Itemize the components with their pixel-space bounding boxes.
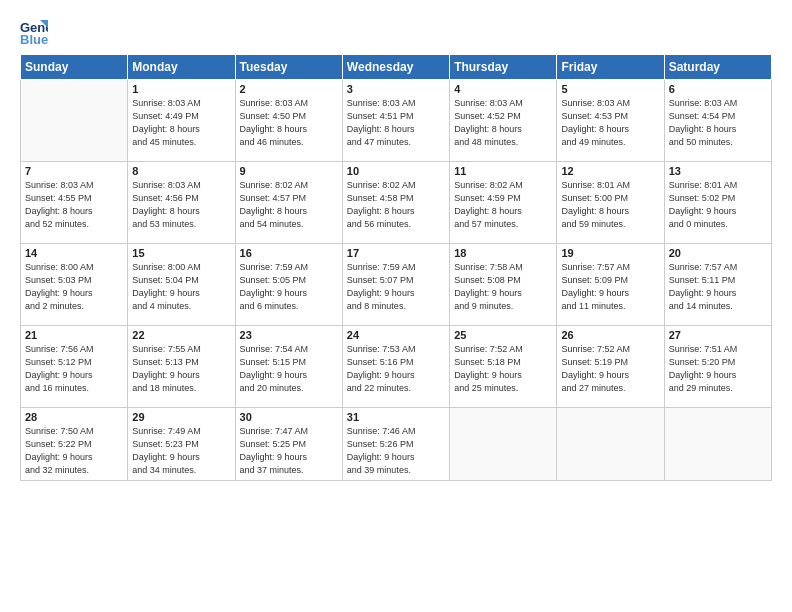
day-number: 24	[347, 329, 445, 341]
calendar-cell: 18Sunrise: 7:58 AMSunset: 5:08 PMDayligh…	[450, 244, 557, 326]
day-number: 15	[132, 247, 230, 259]
calendar-cell: 20Sunrise: 7:57 AMSunset: 5:11 PMDayligh…	[664, 244, 771, 326]
day-number: 22	[132, 329, 230, 341]
calendar-cell	[450, 408, 557, 481]
calendar-cell	[21, 80, 128, 162]
svg-text:Blue: Blue	[20, 32, 48, 46]
calendar-cell: 17Sunrise: 7:59 AMSunset: 5:07 PMDayligh…	[342, 244, 449, 326]
calendar-cell: 13Sunrise: 8:01 AMSunset: 5:02 PMDayligh…	[664, 162, 771, 244]
day-number: 28	[25, 411, 123, 423]
day-info: Sunrise: 8:03 AMSunset: 4:51 PMDaylight:…	[347, 97, 445, 149]
weekday-header-tuesday: Tuesday	[235, 55, 342, 80]
day-info: Sunrise: 8:03 AMSunset: 4:49 PMDaylight:…	[132, 97, 230, 149]
day-info: Sunrise: 7:52 AMSunset: 5:18 PMDaylight:…	[454, 343, 552, 395]
day-number: 9	[240, 165, 338, 177]
calendar-cell: 16Sunrise: 7:59 AMSunset: 5:05 PMDayligh…	[235, 244, 342, 326]
day-info: Sunrise: 7:57 AMSunset: 5:09 PMDaylight:…	[561, 261, 659, 313]
calendar-cell: 10Sunrise: 8:02 AMSunset: 4:58 PMDayligh…	[342, 162, 449, 244]
day-number: 12	[561, 165, 659, 177]
day-number: 31	[347, 411, 445, 423]
calendar-cell: 12Sunrise: 8:01 AMSunset: 5:00 PMDayligh…	[557, 162, 664, 244]
calendar-cell: 9Sunrise: 8:02 AMSunset: 4:57 PMDaylight…	[235, 162, 342, 244]
day-info: Sunrise: 7:59 AMSunset: 5:05 PMDaylight:…	[240, 261, 338, 313]
day-info: Sunrise: 7:54 AMSunset: 5:15 PMDaylight:…	[240, 343, 338, 395]
day-number: 4	[454, 83, 552, 95]
calendar-cell: 25Sunrise: 7:52 AMSunset: 5:18 PMDayligh…	[450, 326, 557, 408]
day-info: Sunrise: 8:03 AMSunset: 4:54 PMDaylight:…	[669, 97, 767, 149]
header: General Blue	[20, 18, 772, 46]
day-number: 25	[454, 329, 552, 341]
day-number: 16	[240, 247, 338, 259]
day-number: 23	[240, 329, 338, 341]
day-number: 27	[669, 329, 767, 341]
day-number: 3	[347, 83, 445, 95]
calendar-cell: 27Sunrise: 7:51 AMSunset: 5:20 PMDayligh…	[664, 326, 771, 408]
calendar-cell: 4Sunrise: 8:03 AMSunset: 4:52 PMDaylight…	[450, 80, 557, 162]
calendar-cell: 19Sunrise: 7:57 AMSunset: 5:09 PMDayligh…	[557, 244, 664, 326]
calendar-cell: 28Sunrise: 7:50 AMSunset: 5:22 PMDayligh…	[21, 408, 128, 481]
weekday-header-wednesday: Wednesday	[342, 55, 449, 80]
day-number: 19	[561, 247, 659, 259]
day-info: Sunrise: 8:00 AMSunset: 5:03 PMDaylight:…	[25, 261, 123, 313]
day-info: Sunrise: 7:58 AMSunset: 5:08 PMDaylight:…	[454, 261, 552, 313]
day-info: Sunrise: 8:03 AMSunset: 4:53 PMDaylight:…	[561, 97, 659, 149]
day-number: 14	[25, 247, 123, 259]
day-info: Sunrise: 8:02 AMSunset: 4:57 PMDaylight:…	[240, 179, 338, 231]
calendar-cell: 6Sunrise: 8:03 AMSunset: 4:54 PMDaylight…	[664, 80, 771, 162]
day-info: Sunrise: 7:46 AMSunset: 5:26 PMDaylight:…	[347, 425, 445, 477]
day-number: 26	[561, 329, 659, 341]
logo: General Blue	[20, 18, 52, 46]
day-info: Sunrise: 7:50 AMSunset: 5:22 PMDaylight:…	[25, 425, 123, 477]
calendar-cell: 7Sunrise: 8:03 AMSunset: 4:55 PMDaylight…	[21, 162, 128, 244]
calendar-cell: 5Sunrise: 8:03 AMSunset: 4:53 PMDaylight…	[557, 80, 664, 162]
calendar-cell: 2Sunrise: 8:03 AMSunset: 4:50 PMDaylight…	[235, 80, 342, 162]
day-info: Sunrise: 7:51 AMSunset: 5:20 PMDaylight:…	[669, 343, 767, 395]
day-number: 7	[25, 165, 123, 177]
day-number: 30	[240, 411, 338, 423]
day-number: 17	[347, 247, 445, 259]
weekday-header-saturday: Saturday	[664, 55, 771, 80]
weekday-header-monday: Monday	[128, 55, 235, 80]
day-number: 2	[240, 83, 338, 95]
calendar-cell: 3Sunrise: 8:03 AMSunset: 4:51 PMDaylight…	[342, 80, 449, 162]
day-number: 8	[132, 165, 230, 177]
calendar-cell: 15Sunrise: 8:00 AMSunset: 5:04 PMDayligh…	[128, 244, 235, 326]
day-number: 18	[454, 247, 552, 259]
day-info: Sunrise: 8:03 AMSunset: 4:52 PMDaylight:…	[454, 97, 552, 149]
day-info: Sunrise: 8:03 AMSunset: 4:55 PMDaylight:…	[25, 179, 123, 231]
day-info: Sunrise: 7:52 AMSunset: 5:19 PMDaylight:…	[561, 343, 659, 395]
day-info: Sunrise: 7:47 AMSunset: 5:25 PMDaylight:…	[240, 425, 338, 477]
day-number: 13	[669, 165, 767, 177]
day-number: 10	[347, 165, 445, 177]
calendar-cell: 26Sunrise: 7:52 AMSunset: 5:19 PMDayligh…	[557, 326, 664, 408]
calendar-cell: 8Sunrise: 8:03 AMSunset: 4:56 PMDaylight…	[128, 162, 235, 244]
weekday-header-thursday: Thursday	[450, 55, 557, 80]
calendar-cell: 1Sunrise: 8:03 AMSunset: 4:49 PMDaylight…	[128, 80, 235, 162]
day-number: 21	[25, 329, 123, 341]
calendar-cell: 30Sunrise: 7:47 AMSunset: 5:25 PMDayligh…	[235, 408, 342, 481]
calendar-cell: 21Sunrise: 7:56 AMSunset: 5:12 PMDayligh…	[21, 326, 128, 408]
day-info: Sunrise: 8:01 AMSunset: 5:00 PMDaylight:…	[561, 179, 659, 231]
day-info: Sunrise: 7:53 AMSunset: 5:16 PMDaylight:…	[347, 343, 445, 395]
day-number: 29	[132, 411, 230, 423]
day-number: 6	[669, 83, 767, 95]
calendar-cell: 14Sunrise: 8:00 AMSunset: 5:03 PMDayligh…	[21, 244, 128, 326]
day-info: Sunrise: 7:55 AMSunset: 5:13 PMDaylight:…	[132, 343, 230, 395]
day-info: Sunrise: 8:03 AMSunset: 4:56 PMDaylight:…	[132, 179, 230, 231]
calendar-cell: 22Sunrise: 7:55 AMSunset: 5:13 PMDayligh…	[128, 326, 235, 408]
day-info: Sunrise: 8:02 AMSunset: 4:59 PMDaylight:…	[454, 179, 552, 231]
calendar-cell	[557, 408, 664, 481]
day-info: Sunrise: 8:03 AMSunset: 4:50 PMDaylight:…	[240, 97, 338, 149]
weekday-header-friday: Friday	[557, 55, 664, 80]
calendar-cell: 24Sunrise: 7:53 AMSunset: 5:16 PMDayligh…	[342, 326, 449, 408]
calendar-cell	[664, 408, 771, 481]
day-number: 11	[454, 165, 552, 177]
day-info: Sunrise: 7:49 AMSunset: 5:23 PMDaylight:…	[132, 425, 230, 477]
day-info: Sunrise: 7:56 AMSunset: 5:12 PMDaylight:…	[25, 343, 123, 395]
day-number: 5	[561, 83, 659, 95]
calendar-cell: 31Sunrise: 7:46 AMSunset: 5:26 PMDayligh…	[342, 408, 449, 481]
day-number: 20	[669, 247, 767, 259]
calendar-cell: 11Sunrise: 8:02 AMSunset: 4:59 PMDayligh…	[450, 162, 557, 244]
day-info: Sunrise: 7:59 AMSunset: 5:07 PMDaylight:…	[347, 261, 445, 313]
day-info: Sunrise: 7:57 AMSunset: 5:11 PMDaylight:…	[669, 261, 767, 313]
